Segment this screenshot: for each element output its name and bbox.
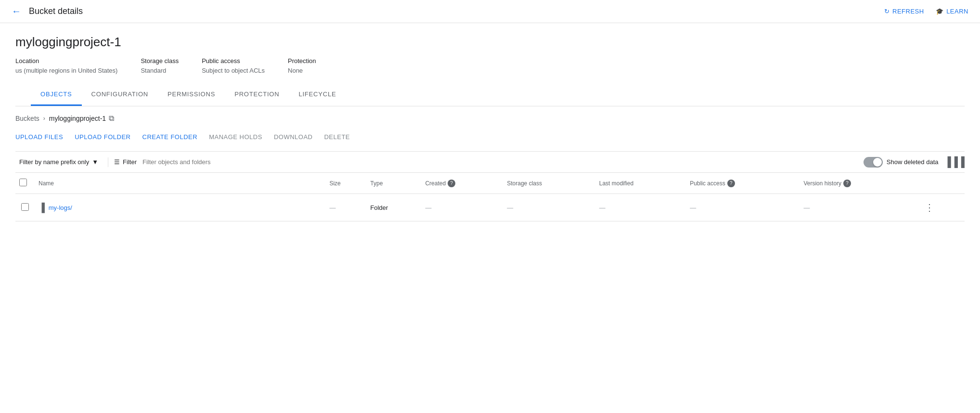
toolbar: UPLOAD FILES UPLOAD FOLDER CREATE FOLDER… [15,130,965,143]
col-storage-class-label: Storage class [507,180,542,187]
row-version-history-cell: — [799,194,919,221]
filter-right: Show deleted data ▐▐▐ [864,156,965,168]
bucket-info: myloggingproject-1 Location us (multiple… [0,23,980,106]
breadcrumb-buckets-link[interactable]: Buckets [15,115,39,122]
th-type: Type [366,173,421,194]
row-last-modified-cell: — [595,194,686,221]
toggle-knob [873,158,882,167]
upload-files-button[interactable]: UPLOAD FILES [15,130,63,143]
th-created: Created ? [421,173,503,194]
public-access-value: Subject to object ACLs [202,67,265,74]
delete-button[interactable]: DELETE [324,130,350,143]
manage-holds-button[interactable]: MANAGE HOLDS [209,130,262,143]
filter-bar: Filter by name prefix only ▼ ☰ Filter Sh… [15,151,965,173]
col-name-label: Name [39,180,54,187]
folder-icon: ▐ [39,203,45,213]
protection-label: Protection [288,57,316,65]
tab-permissions[interactable]: PERMISSIONS [158,84,225,106]
meta-storage-class: Storage class Standard [141,57,179,74]
row-checkbox-cell[interactable] [15,194,35,221]
meta-public-access: Public access Subject to object ACLs [202,57,265,74]
col-public-access-label: Public access [690,180,725,187]
row-type-cell: Folder [366,194,421,221]
col-version-history-label: Version history [803,180,841,187]
filter-lines-icon: ☰ [114,158,120,166]
table-row: ▐ my-logs/ — Folder — — — [15,194,965,221]
learn-icon: 🎓 [936,8,944,15]
refresh-button[interactable]: ↻ REFRESH [884,8,924,15]
protection-value: None [288,67,303,74]
breadcrumb-current: myloggingproject-1 ⧉ [49,114,114,123]
tab-objects[interactable]: OBJECTS [31,84,82,106]
row-menu-cell[interactable]: ⋮ [919,194,965,221]
row-size-cell: — [325,194,366,221]
bucket-name: myloggingproject-1 [15,35,965,50]
row-name-cell: ▐ my-logs/ [35,194,325,221]
select-all-checkbox[interactable] [19,179,27,186]
table-header: Name Size Type Created ? [15,173,965,194]
filter-prefix-dropdown[interactable]: Filter by name prefix only ▼ [15,155,102,168]
public-access-help-icon[interactable]: ? [727,180,735,187]
filter-input[interactable] [142,158,858,166]
col-created-label: Created [425,180,446,187]
refresh-icon: ↻ [884,8,890,15]
row-checkbox[interactable] [21,203,29,211]
learn-button[interactable]: 🎓 LEARN [936,8,968,15]
public-access-label: Public access [202,57,265,65]
th-public-access: Public access ? [686,173,799,194]
col-size-label: Size [329,180,340,187]
th-version-history: Version history ? [799,173,919,194]
bucket-meta: Location us (multiple regions in United … [15,57,965,74]
table-container: Name Size Type Created ? [15,173,965,221]
created-help-icon[interactable]: ? [448,180,455,187]
filter-icon-label: ☰ Filter [114,158,137,166]
version-history-help-icon[interactable]: ? [843,180,851,187]
content-area: Buckets › myloggingproject-1 ⧉ UPLOAD FI… [0,106,980,229]
download-button[interactable]: DOWNLOAD [274,130,313,143]
page-title: Bucket details [29,6,83,16]
create-folder-button[interactable]: CREATE FOLDER [142,130,198,143]
th-last-modified: Last modified [595,173,686,194]
th-name: Name [35,173,325,194]
th-storage-class: Storage class [503,173,595,194]
row-storage-class-cell: — [503,194,595,221]
header: ← Bucket details ↻ REFRESH 🎓 LEARN [0,0,980,23]
show-deleted-label: Show deleted data [887,158,939,166]
objects-table: Name Size Type Created ? [15,173,965,221]
filter-prefix-label: Filter by name prefix only [19,158,89,166]
show-deleted-toggle[interactable] [864,157,883,168]
th-actions [919,173,965,194]
chevron-down-icon: ▼ [92,158,98,166]
folder-link[interactable]: my-logs/ [49,204,72,211]
row-public-access-cell: — [686,194,799,221]
breadcrumb-chevron: › [43,115,45,122]
table-body: ▐ my-logs/ — Folder — — — [15,194,965,221]
back-button[interactable]: ← [12,6,21,17]
storage-class-label: Storage class [141,57,179,65]
header-left: ← Bucket details [12,6,83,17]
th-size: Size [325,173,366,194]
show-deleted-toggle-container: Show deleted data [864,157,939,168]
breadcrumb: Buckets › myloggingproject-1 ⧉ [15,114,965,123]
header-actions: ↻ REFRESH 🎓 LEARN [884,8,968,15]
th-select-all[interactable] [15,173,35,194]
col-last-modified-label: Last modified [599,180,633,187]
density-icon[interactable]: ▐▐▐ [944,156,965,168]
storage-class-value: Standard [141,67,166,74]
filter-divider [108,157,108,167]
copy-bucket-name-icon[interactable]: ⧉ [109,114,114,123]
location-label: Location [15,57,117,65]
col-type-label: Type [370,180,383,187]
meta-protection: Protection None [288,57,316,74]
row-created-cell: — [421,194,503,221]
tabs: OBJECTS CONFIGURATION PERMISSIONS PROTEC… [15,84,965,106]
tab-lifecycle[interactable]: LIFECYCLE [289,84,346,106]
upload-folder-button[interactable]: UPLOAD FOLDER [75,130,130,143]
meta-location: Location us (multiple regions in United … [15,57,117,74]
location-value: us (multiple regions in United States) [15,67,117,74]
folder-name: ▐ my-logs/ [39,203,322,213]
tab-configuration[interactable]: CONFIGURATION [82,84,158,106]
tab-protection[interactable]: PROTECTION [225,84,289,106]
row-menu-button[interactable]: ⋮ [923,200,936,215]
